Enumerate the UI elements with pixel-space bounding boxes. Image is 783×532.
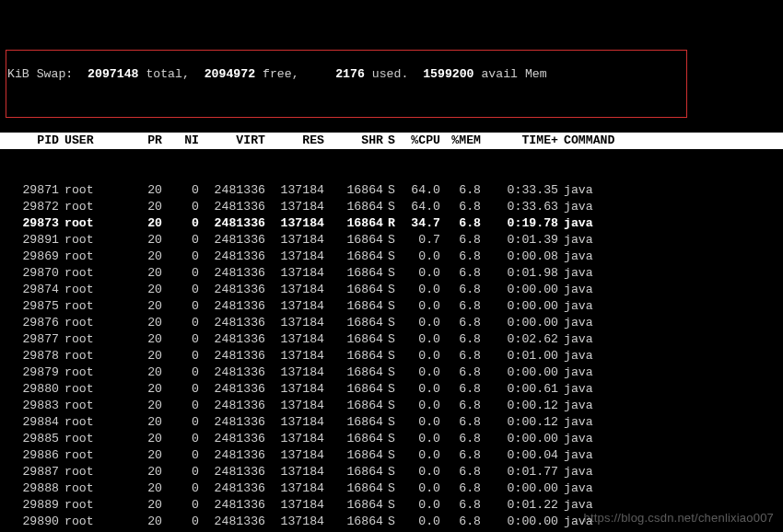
cell-virt: 2481336 [199,182,265,199]
cell-mem: 6.8 [440,414,481,431]
cell-cpu: 0.0 [400,414,440,431]
col-pr[interactable]: PR [125,133,162,149]
cell-pr: 20 [125,398,162,414]
cell-shr: 16864 [324,447,383,464]
cell-pr: 20 [125,265,162,282]
table-row[interactable]: 29879root200248133613718416864S0.06.80:0… [7,364,776,381]
cell-cpu: 64.0 [400,182,440,199]
cell-virt: 2481336 [199,447,265,464]
col-time[interactable]: TIME+ [481,133,558,149]
swap-used-value: 2176 [335,67,365,81]
cell-shr: 16864 [324,182,383,199]
cell-s: S [383,464,400,480]
col-shr[interactable]: SHR [324,133,383,149]
cell-time: 0:01.98 [481,265,558,282]
cell-pid: 29871 [7,182,59,199]
cell-s: S [383,182,400,199]
cell-shr: 16864 [324,381,383,398]
cell-shr: 16864 [324,315,383,331]
cell-user: root [59,265,125,282]
col-user[interactable]: USER [59,133,125,149]
table-row[interactable]: 29878root200248133613718416864S0.06.80:0… [7,348,776,364]
swap-total-label: total, [138,67,189,81]
cell-user: root [59,315,125,331]
cell-cpu: 0.0 [400,398,440,414]
table-row[interactable]: 29870root200248133613718416864S0.06.80:0… [7,265,776,282]
col-ni[interactable]: NI [162,133,199,149]
table-row[interactable]: 29873root200248133613718416864R34.76.80:… [7,215,776,232]
col-cmd[interactable]: COMMAND [558,133,632,149]
cell-shr: 16864 [324,480,383,497]
cell-cmd: java [558,199,632,215]
cell-ni: 0 [162,348,199,364]
table-row[interactable]: 29888root200248133613718416864S0.06.80:0… [7,480,776,497]
process-table-header: PIDUSERPRNIVIRTRESSHRS%CPU%MEMTIME+COMMA… [0,133,783,149]
cell-cmd: java [558,215,632,232]
col-virt[interactable]: VIRT [199,133,265,149]
swap-used-label: used. [365,67,408,81]
cell-user: root [59,199,125,215]
col-mem[interactable]: %MEM [440,133,481,149]
table-row[interactable]: 29884root200248133613718416864S0.06.80:0… [7,414,776,431]
cell-cmd: java [558,464,632,480]
cell-user: root [59,348,125,364]
cell-cpu: 0.0 [400,331,440,348]
table-row[interactable]: 29871root200248133613718416864S64.06.80:… [7,182,776,199]
cell-s: S [383,431,400,447]
cell-pid: 29885 [7,431,59,447]
cell-cmd: java [558,265,632,282]
cell-user: root [59,431,125,447]
table-row[interactable]: 29874root200248133613718416864S0.06.80:0… [7,282,776,298]
table-row[interactable]: 29877root200248133613718416864S0.06.80:0… [7,331,776,348]
table-row[interactable]: 29883root200248133613718416864S0.06.80:0… [7,398,776,414]
table-row[interactable]: 29869root200248133613718416864S0.06.80:0… [7,249,776,265]
cell-cpu: 0.0 [400,265,440,282]
col-pid[interactable]: PID [7,133,59,149]
cell-pr: 20 [125,298,162,315]
cell-pid: 29879 [7,364,59,381]
cell-res: 137184 [265,282,324,298]
cell-pr: 20 [125,232,162,249]
cell-virt: 2481336 [199,381,265,398]
cell-virt: 2481336 [199,215,265,232]
cell-mem: 6.8 [440,480,481,497]
cell-time: 0:00.00 [481,514,558,530]
cell-cmd: java [558,414,632,431]
cell-pid: 29878 [7,348,59,364]
cell-time: 0:00.04 [481,447,558,464]
cell-cmd: java [558,480,632,497]
cell-s: S [383,249,400,265]
cell-cpu: 0.0 [400,315,440,331]
table-row[interactable]: 29875root200248133613718416864S0.06.80:0… [7,298,776,315]
cell-mem: 6.8 [440,464,481,480]
cell-res: 137184 [265,298,324,315]
cell-time: 0:00.00 [481,282,558,298]
cell-cpu: 0.0 [400,480,440,497]
cell-user: root [59,398,125,414]
table-row[interactable]: 29880root200248133613718416864S0.06.80:0… [7,381,776,398]
table-row[interactable]: 29876root200248133613718416864S0.06.80:0… [7,315,776,331]
cell-res: 137184 [265,265,324,282]
col-res[interactable]: RES [265,133,324,149]
cell-mem: 6.8 [440,514,481,530]
table-row[interactable]: 29872root200248133613718416864S64.06.80:… [7,199,776,215]
cell-res: 137184 [265,381,324,398]
cell-virt: 2481336 [199,249,265,265]
cell-ni: 0 [162,381,199,398]
table-row[interactable]: 29885root200248133613718416864S0.06.80:0… [7,431,776,447]
table-row[interactable]: 29886root200248133613718416864S0.06.80:0… [7,447,776,464]
cell-pr: 20 [125,215,162,232]
cell-pr: 20 [125,414,162,431]
cell-pr: 20 [125,282,162,298]
cell-ni: 0 [162,232,199,249]
cell-cpu: 0.7 [400,232,440,249]
cell-virt: 2481336 [199,348,265,364]
col-cpu[interactable]: %CPU [400,133,440,149]
table-row[interactable]: 29891root200248133613718416864S0.76.80:0… [7,232,776,249]
cell-cpu: 0.0 [400,348,440,364]
col-s[interactable]: S [383,133,400,149]
cell-cpu: 64.0 [400,199,440,215]
cell-shr: 16864 [324,497,383,514]
cell-s: S [383,480,400,497]
table-row[interactable]: 29887root200248133613718416864S0.06.80:0… [7,464,776,480]
